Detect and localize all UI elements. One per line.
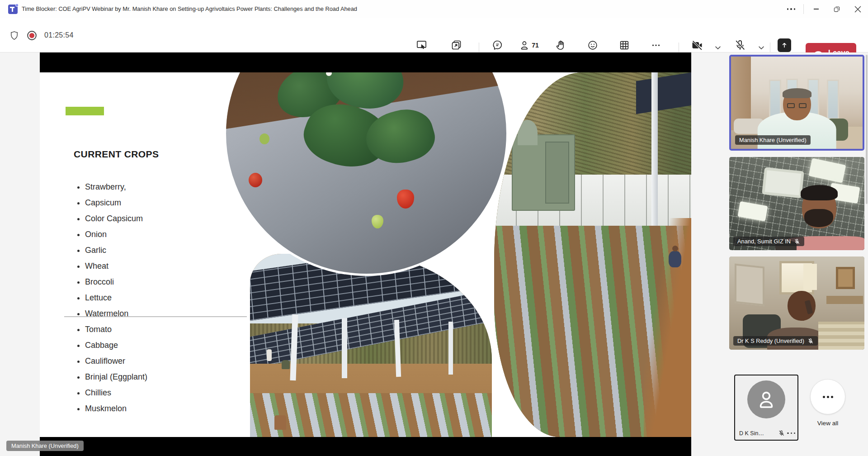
shelf-graphic (826, 296, 863, 304)
mic-muted-icon (794, 238, 800, 245)
crop-item: Garlic (85, 242, 147, 258)
papers-graphic (818, 322, 864, 350)
chevron-down-icon (758, 46, 764, 50)
sidebar-scrollbar[interactable] (866, 55, 868, 204)
participant-name-label: Dr K S Reddy (Unverified) (733, 336, 818, 346)
crop-item: Brinjal (Eggplant) (85, 369, 147, 385)
crop-list: Strawberry, Capsicum Color Capsicum Onio… (85, 179, 147, 417)
strawberry-graphic (259, 133, 269, 144)
window-controls-divider (803, 4, 804, 14)
meeting-stage-area: CURRENT CROPS Strawberry, Capsicum Color… (0, 52, 868, 456)
share-icon (778, 38, 791, 52)
restore-button[interactable] (826, 0, 847, 18)
video-tile-dr-reddy[interactable]: Dr K S Reddy (Unverified) (729, 256, 864, 350)
ceiling-vent-graphic (762, 167, 804, 198)
shared-presentation-slide: CURRENT CROPS Strawberry, Capsicum Color… (40, 52, 691, 456)
mic-off-icon (734, 39, 746, 52)
shield-icon (9, 30, 19, 41)
presenter-name-label: Manish Khare (Unverified) (6, 441, 84, 451)
participant-name-label: Manish Khare (Unverified) (735, 135, 811, 145)
more-icon (650, 39, 662, 51)
agrivoltaics-photo (250, 252, 494, 437)
crop-item: Cauliflower (85, 353, 147, 369)
take-control-icon (415, 39, 428, 51)
recording-cluster: 01:25:54 (9, 18, 74, 52)
person-icon (755, 389, 777, 410)
crop-item: Strawberry, (85, 179, 147, 195)
participant-name-label: Anand, Sumit GIZ IN (733, 237, 804, 246)
mic-muted-icon (807, 338, 814, 344)
people-count-badge: 71 (532, 42, 539, 49)
chat-icon (491, 39, 504, 51)
slide-letterbox-bottom (40, 437, 691, 456)
strawberry-graphic (249, 173, 262, 187)
restore-icon (833, 5, 840, 13)
view-icon (618, 39, 630, 51)
pillar-graphic (342, 318, 347, 379)
crop-rows-photo (492, 72, 691, 437)
crop-item: Cabbage (85, 337, 147, 353)
glasses-graphic (787, 103, 795, 108)
slide-title: CURRENT CROPS (74, 149, 159, 160)
window-graphic (827, 80, 839, 119)
meeting-toolbar: 01:25:54 Take control Pop out Chat (0, 18, 868, 52)
ellipsis-icon (787, 8, 795, 10)
view-all-ellipsis-icon (810, 379, 845, 414)
crop-item: Onion (85, 227, 147, 242)
window-title: Time Blocker: COE AgriPV Webinar by Mr. … (22, 0, 357, 18)
strawberry-photo (224, 52, 509, 276)
slide-letterbox-top (40, 52, 691, 72)
tile-more-icon[interactable] (787, 432, 795, 434)
mic-options-chevron[interactable] (758, 44, 764, 51)
camera-off-icon (691, 39, 703, 52)
window-menu-button[interactable] (781, 0, 802, 18)
meeting-timer: 01:25:54 (44, 31, 74, 39)
crop-item: Watermelon (85, 306, 147, 322)
people-icon (519, 39, 531, 51)
pillar-graphic (448, 322, 453, 375)
crop-item: Muskmelon (85, 401, 147, 417)
crop-item: Chillies (85, 385, 147, 401)
glasses-graphic (799, 103, 807, 108)
title-bar: Time Blocker: COE AgriPV Webinar by Mr. … (0, 0, 868, 18)
raise-hand-icon (555, 39, 566, 51)
slide-accent-bar (66, 107, 104, 115)
minimize-button[interactable] (806, 0, 826, 18)
crop-item: Broccoli (85, 274, 147, 290)
beard-graphic (804, 209, 833, 227)
avatar (747, 380, 785, 418)
crop-item: Color Capsicum (85, 211, 147, 227)
view-all-button[interactable]: View all (810, 379, 846, 427)
person-graphic (282, 360, 290, 369)
react-icon (587, 39, 599, 51)
close-button[interactable] (847, 0, 868, 18)
crop-item: Capsicum (85, 195, 147, 211)
close-icon (854, 6, 861, 13)
whiteboard-graphic (735, 263, 764, 305)
pop-out-icon (450, 39, 462, 51)
chair-graphic (274, 415, 286, 430)
minimize-icon (814, 9, 819, 10)
crop-item: Lettuce (85, 290, 147, 306)
picture-frame-graphic (836, 267, 855, 289)
mic-muted-icon (778, 430, 785, 437)
chevron-down-icon (715, 46, 721, 50)
teams-meeting-window: Time Blocker: COE AgriPV Webinar by Mr. … (0, 0, 868, 456)
video-tile-dk-singh[interactable]: D K Sin… (734, 375, 798, 441)
video-tile-manish-khare[interactable]: Manish Khare (Unverified) (729, 55, 864, 151)
window-controls (781, 0, 868, 18)
crop-item: Tomato (85, 322, 147, 337)
strawberry-graphic (372, 215, 383, 228)
video-tile-anand-sumit[interactable]: Anand, Sumit GIZ IN (729, 157, 864, 250)
camera-options-chevron[interactable] (715, 44, 721, 51)
strawberry-graphic (397, 190, 414, 209)
crop-item: Wheat (85, 258, 147, 274)
person-crouching-graphic (669, 251, 681, 267)
recording-indicator-icon (26, 30, 38, 41)
person-graphic (267, 349, 272, 361)
participant-name-row: D K Sin… (739, 430, 795, 437)
teams-logo-icon (8, 5, 18, 14)
